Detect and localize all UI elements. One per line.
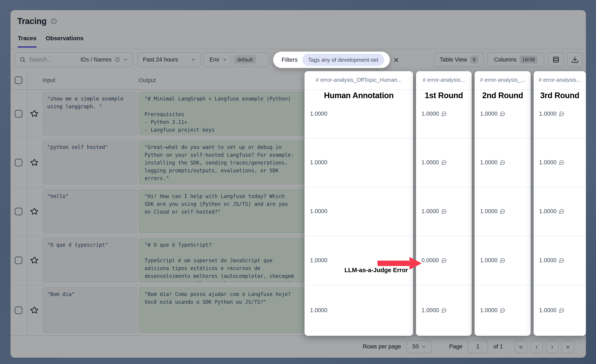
score-value: 1.0000	[480, 158, 505, 167]
score-value: 1.0000	[539, 306, 564, 314]
row-checkbox[interactable]	[15, 159, 22, 167]
card-divider	[416, 187, 472, 188]
output-cell[interactable]: "Bom dia! Como posso ajudar com o Langfu…	[139, 287, 310, 333]
page-total-label: of 1	[493, 343, 503, 350]
comment-icon[interactable]	[500, 307, 505, 313]
card-divider	[416, 138, 472, 138]
card-divider	[534, 89, 586, 90]
score-value: 1.0000	[539, 158, 564, 167]
output-cell[interactable]: "Great—what do you want to set up or deb…	[139, 140, 310, 184]
next-page-button[interactable]: ›	[546, 340, 559, 353]
score-value: 1.0000	[422, 306, 447, 314]
row-checkbox[interactable]	[15, 306, 22, 314]
comment-icon[interactable]	[500, 160, 505, 165]
search-input[interactable]	[29, 56, 67, 63]
comment-icon[interactable]	[441, 160, 447, 165]
annotation-label: 2nd Round	[475, 91, 531, 100]
comment-icon[interactable]	[500, 258, 505, 263]
star-icon[interactable]	[30, 109, 39, 118]
search-mode-label[interactable]: IDs / Names	[80, 57, 112, 63]
comment-icon[interactable]	[559, 258, 564, 263]
select-all-checkbox[interactable]	[15, 76, 22, 84]
star-icon[interactable]	[30, 207, 39, 216]
rows-per-page-select[interactable]: 50	[407, 340, 432, 353]
clear-filters-button[interactable]	[389, 55, 404, 65]
input-cell[interactable]: "O que é typescript"	[43, 238, 137, 283]
filter-tag[interactable]: Tags any of development-set	[302, 54, 384, 66]
score-value: 1.0000	[422, 109, 447, 118]
tab-traces[interactable]: Traces	[18, 35, 37, 48]
last-page-button[interactable]: »	[561, 340, 574, 353]
tab-bar: Traces Observations	[18, 35, 83, 48]
annotation-label: 3rd Round	[534, 91, 586, 100]
rows-per-page-value: 50	[412, 343, 419, 350]
time-range-dropdown[interactable]: Past 24 hours	[137, 52, 201, 67]
tab-observations[interactable]: Observations	[46, 35, 83, 48]
comment-icon[interactable]	[559, 307, 564, 313]
time-range-label: Past 24 hours	[143, 57, 178, 63]
search-box[interactable]: IDs / Names	[15, 52, 133, 67]
score-value: 1.0000	[310, 158, 328, 167]
input-cell[interactable]: "hello"	[43, 189, 137, 233]
row-checkbox[interactable]	[15, 257, 22, 264]
card-divider	[305, 236, 413, 236]
star-icon[interactable]	[30, 256, 39, 265]
filters-button[interactable]: Filters Tags any of development-set	[273, 52, 390, 68]
export-button[interactable]	[567, 52, 583, 67]
comment-icon[interactable]	[559, 209, 564, 214]
comment-icon[interactable]	[441, 307, 447, 313]
chevron-down-icon	[222, 57, 227, 62]
score-value: 1.0000	[539, 109, 564, 118]
score-value: 1.0000	[310, 109, 328, 118]
card-divider	[475, 89, 531, 90]
card-divider	[475, 236, 531, 236]
score-column-header[interactable]: # error-analysis...	[416, 77, 472, 83]
column-header-input[interactable]: Input	[43, 77, 55, 84]
row-checkbox[interactable]	[15, 110, 22, 117]
chevron-down-icon[interactable]	[123, 57, 128, 62]
input-cell[interactable]: "Bom dia"	[43, 287, 137, 333]
card-divider	[305, 138, 413, 138]
input-cell[interactable]: "show me a simple example using langgrap…	[43, 92, 137, 135]
score-column-header[interactable]: # error-analysis_...	[475, 77, 531, 83]
star-icon[interactable]	[30, 158, 39, 167]
env-dropdown[interactable]: Env default	[204, 52, 269, 67]
env-value-chip: default	[234, 55, 256, 65]
table-view-button[interactable]: Table View 6	[434, 52, 484, 67]
comment-icon[interactable]	[559, 160, 564, 165]
rows-per-page-label: Rows per page	[363, 343, 401, 350]
card-divider	[475, 187, 531, 188]
input-cell[interactable]: "python self hosted"	[43, 140, 137, 184]
output-cell[interactable]: "Hi! How can I help with Langfuse today?…	[139, 189, 310, 233]
score-column-1st-round: # error-analysis... 1st Round 1.0000 1.0…	[416, 71, 472, 336]
columns-button[interactable]: Columns 18/38	[487, 52, 544, 67]
columns-label: Columns	[494, 57, 517, 63]
info-icon[interactable]	[50, 18, 57, 25]
prev-page-button[interactable]: ‹	[530, 340, 543, 353]
row-height-button[interactable]	[548, 52, 564, 67]
star-icon[interactable]	[30, 306, 39, 315]
score-value: 1.0000	[480, 306, 505, 314]
columns-count-badge: 18/38	[520, 56, 538, 64]
comment-icon[interactable]	[500, 111, 505, 117]
first-page-button[interactable]: «	[515, 340, 527, 353]
row-checkbox[interactable]	[15, 208, 22, 215]
column-header-output[interactable]: Output	[139, 77, 156, 84]
comment-icon[interactable]	[441, 209, 447, 214]
comment-icon[interactable]	[559, 111, 564, 117]
red-arrow	[377, 261, 410, 266]
page-number-input[interactable]	[468, 340, 488, 353]
comment-icon[interactable]	[500, 209, 505, 214]
output-cell[interactable]: "# Minimal LangGraph + Langfuse example …	[139, 92, 310, 135]
comment-icon[interactable]	[441, 258, 447, 263]
pagination: « ‹ › »	[515, 340, 574, 353]
score-column-2nd-round: # error-analysis_... 2nd Round 1.0000 1.…	[475, 71, 531, 336]
download-icon	[571, 56, 579, 63]
page-label: Page	[449, 343, 462, 350]
page-header: Tracing	[17, 16, 57, 26]
score-column-header[interactable]: # error-analysis...	[534, 77, 586, 83]
score-value: 1.0000	[310, 207, 328, 216]
comment-icon[interactable]	[441, 111, 447, 117]
output-cell[interactable]: "# O que é TypeScript? TypeScript é um s…	[139, 238, 310, 283]
score-column-header[interactable]: # error-analysis_OffTopic_Human...	[305, 77, 413, 83]
